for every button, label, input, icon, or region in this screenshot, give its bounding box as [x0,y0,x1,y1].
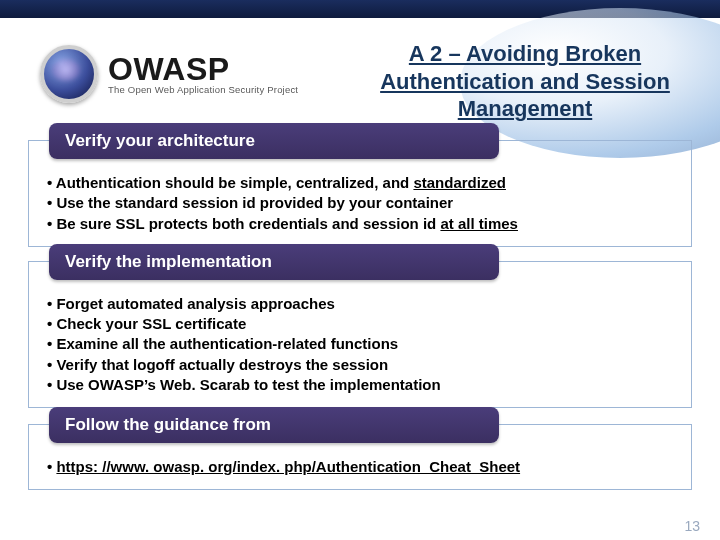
globe-icon [40,45,98,103]
slide-header: OWASP The Open Web Application Security … [0,18,720,126]
page-number: 13 [684,518,700,534]
list-item: • Check your SSL certificate [47,314,673,334]
owasp-logo: OWASP The Open Web Application Security … [40,45,298,103]
list-item: • Authentication should be simple, centr… [47,173,673,193]
list-item: • Examine all the authentication-related… [47,334,673,354]
section-heading: Follow the guidance from [49,407,499,443]
brand-text: OWASP The Open Web Application Security … [108,53,298,95]
brand-tagline: The Open Web Application Security Projec… [108,85,298,95]
section-verify-architecture: Verify your architecture • Authenticatio… [28,140,692,247]
list-item: • Verify that logoff actually destroys t… [47,355,673,375]
list-item: • Use OWASP’s Web. Scarab to test the im… [47,375,673,395]
slide-title: A 2 – Avoiding Broken Authentication and… [360,40,690,123]
cheat-sheet-link[interactable]: https: //www. owasp. org/index. php/Auth… [56,458,520,475]
bullet-list: • https: //www. owasp. org/index. php/Au… [29,445,691,489]
section-verify-implementation: Verify the implementation • Forget autom… [28,261,692,408]
list-item: • Be sure SSL protects both credentials … [47,214,673,234]
section-heading: Verify the implementation [49,244,499,280]
slide-content: Verify your architecture • Authenticatio… [0,126,720,490]
section-heading: Verify your architecture [49,123,499,159]
list-item: • Use the standard session id provided b… [47,193,673,213]
bullet-list: • Forget automated analysis approaches •… [29,282,691,407]
list-item: • Forget automated analysis approaches [47,294,673,314]
list-item: • https: //www. owasp. org/index. php/Au… [47,457,673,477]
bullet-list: • Authentication should be simple, centr… [29,161,691,246]
brand-name: OWASP [108,53,298,85]
section-follow-guidance: Follow the guidance from • https: //www.… [28,424,692,490]
